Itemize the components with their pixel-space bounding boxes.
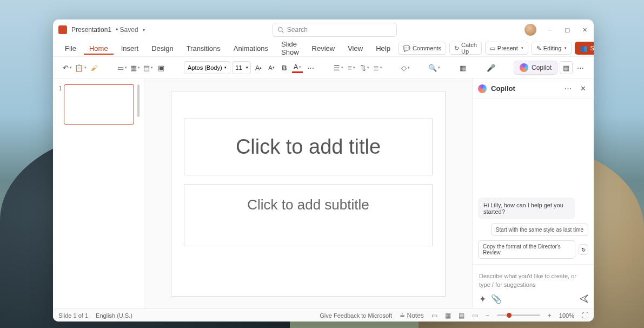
menu-home[interactable]: Home: [84, 42, 114, 55]
shapes-button[interactable]: ◇: [400, 62, 411, 73]
layout-button[interactable]: ▦: [130, 62, 141, 73]
comment-icon: 💬: [403, 45, 410, 52]
thumbnail-scrollbar[interactable]: [137, 84, 140, 117]
numbering-button[interactable]: ≡: [346, 62, 357, 73]
copilot-chat-body: Hi Lilly, how can I help get you started…: [473, 99, 594, 264]
dictate-button[interactable]: 🎤: [486, 62, 496, 73]
fit-to-window-button[interactable]: ⛶: [582, 312, 588, 319]
format-painter-button[interactable]: 🖌: [89, 62, 99, 73]
undo-button[interactable]: ↶: [62, 62, 72, 73]
find-button[interactable]: 🔍: [428, 62, 440, 73]
view-slideshow-icon[interactable]: ▭: [472, 312, 478, 319]
save-status[interactable]: • Saved: [116, 26, 138, 34]
view-sorter-icon[interactable]: ▦: [445, 312, 451, 319]
svg-point-0: [278, 28, 282, 32]
copilot-panel-header: Copilot ⋯ ✕: [473, 79, 594, 99]
menu-bar: File Home Insert Design Transitions Anim…: [53, 40, 594, 56]
menu-insert[interactable]: Insert: [116, 42, 144, 55]
menu-view[interactable]: View: [342, 42, 368, 55]
slide-canvas: Click to add title Click to add subtitle: [144, 79, 473, 309]
copilot-suggestion-2[interactable]: Copy the format of the Director's Review: [478, 240, 575, 259]
zoom-out-button[interactable]: −: [486, 312, 489, 319]
menu-design[interactable]: Design: [146, 42, 178, 55]
notes-button[interactable]: ≐ Notes: [400, 312, 424, 319]
designer-button[interactable]: ▦: [457, 62, 468, 73]
copilot-icon: [478, 84, 487, 93]
slide[interactable]: Click to add title Click to add subtitle: [171, 91, 446, 297]
status-bar: Slide 1 of 1 English (U.S.) Give Feedbac…: [53, 309, 594, 322]
catchup-icon: ↻: [454, 45, 459, 52]
slide-position[interactable]: Slide 1 of 1: [58, 312, 88, 319]
title-placeholder[interactable]: Click to add title: [184, 119, 433, 175]
grid-icon[interactable]: ▦: [560, 61, 573, 74]
menu-animations[interactable]: Animations: [228, 42, 274, 55]
increase-font-button[interactable]: A▴: [253, 62, 264, 73]
people-icon: 👥: [580, 45, 588, 52]
decrease-font-button[interactable]: A▾: [266, 62, 277, 73]
ribbon: ↶ 📋 🖌 ▭ ▦ ▤ ▣ Aptos (Body)▾ 11▾ A▴ A▾ B …: [53, 56, 594, 79]
feedback-link[interactable]: Give Feedback to Microsoft: [320, 312, 392, 319]
search-input[interactable]: Search: [273, 23, 397, 37]
sparkle-icon[interactable]: ✦: [478, 294, 487, 303]
copilot-greeting: Hi Lilly, how can I help get you started…: [478, 198, 575, 219]
bullets-button[interactable]: ☰: [333, 62, 344, 73]
copilot-input-area: Describe what you'd like to create, or t…: [473, 264, 594, 309]
attach-icon[interactable]: 📎: [492, 294, 501, 303]
menu-review[interactable]: Review: [307, 42, 341, 55]
search-placeholder: Search: [287, 26, 308, 34]
minimize-button[interactable]: ─: [546, 26, 554, 34]
section-button[interactable]: ▤: [143, 62, 154, 73]
slide-thumbnail-1[interactable]: [64, 84, 134, 124]
more-font-button[interactable]: ⋯: [305, 62, 316, 73]
send-button[interactable]: [580, 294, 588, 303]
view-reading-icon[interactable]: ▤: [459, 312, 464, 319]
menu-transitions[interactable]: Transitions: [181, 42, 226, 55]
paste-button[interactable]: 📋: [75, 62, 87, 73]
comments-button[interactable]: 💬Comments: [398, 42, 446, 55]
app-window: Presentation1 • Saved ▾ Search ─ ▢ ✕ Fil…: [53, 19, 594, 322]
zoom-slider[interactable]: [497, 314, 540, 316]
bold-button[interactable]: B: [279, 62, 290, 73]
pencil-icon: ✎: [536, 45, 541, 52]
slide-thumbnails-panel: 1: [53, 79, 144, 309]
content-area: 1 Click to add title Click to add subtit…: [53, 79, 594, 309]
subtitle-placeholder[interactable]: Click to add subtitle: [184, 184, 433, 246]
zoom-thumb[interactable]: [507, 313, 512, 318]
close-button[interactable]: ✕: [581, 26, 588, 34]
catchup-button[interactable]: ↻Catch Up: [449, 42, 482, 55]
copilot-panel-title: Copilot: [491, 84, 515, 93]
menu-file[interactable]: File: [59, 42, 82, 55]
language-status[interactable]: English (U.S.): [96, 312, 132, 319]
zoom-in-button[interactable]: +: [548, 312, 552, 319]
ribbon-overflow-button[interactable]: ⋯: [575, 62, 586, 73]
font-name-select[interactable]: Aptos (Body)▾: [184, 61, 230, 74]
svg-line-1: [282, 31, 283, 32]
copilot-more-button[interactable]: ⋯: [562, 83, 573, 94]
picture-placeholder-icon[interactable]: ▣: [156, 62, 167, 73]
copilot-icon: [520, 63, 528, 72]
title-bar: Presentation1 • Saved ▾ Search ─ ▢ ✕: [53, 19, 594, 40]
font-color-button[interactable]: A: [292, 62, 303, 73]
present-button[interactable]: ▭Present▾: [485, 42, 528, 55]
user-avatar[interactable]: [525, 24, 536, 36]
new-slide-button[interactable]: ▭: [117, 62, 128, 73]
save-status-chevron-icon[interactable]: ▾: [143, 28, 145, 32]
zoom-level[interactable]: 100%: [559, 312, 574, 319]
align-button[interactable]: ≣: [372, 62, 383, 73]
font-size-select[interactable]: 11▾: [233, 61, 251, 74]
menu-slideshow[interactable]: Slide Show: [276, 38, 304, 58]
editing-button[interactable]: ✎Editing▾: [532, 42, 572, 55]
line-spacing-button[interactable]: ⇅: [359, 62, 370, 73]
copilot-button[interactable]: Copilot: [514, 61, 557, 75]
copilot-refresh-button[interactable]: ↻: [579, 244, 588, 255]
copilot-close-button[interactable]: ✕: [577, 83, 588, 94]
document-title: Presentation1: [71, 26, 111, 34]
search-icon: [277, 27, 284, 33]
view-normal-icon[interactable]: ▭: [431, 312, 437, 319]
maximize-button[interactable]: ▢: [563, 26, 571, 34]
copilot-suggestion-1[interactable]: Start with the same style as last time: [491, 224, 588, 236]
copilot-panel: Copilot ⋯ ✕ Hi Lilly, how can I help get…: [473, 79, 594, 309]
copilot-input[interactable]: Describe what you'd like to create, or t…: [478, 269, 588, 294]
menu-help[interactable]: Help: [370, 42, 396, 55]
share-button[interactable]: 👥Share▾: [575, 42, 594, 55]
